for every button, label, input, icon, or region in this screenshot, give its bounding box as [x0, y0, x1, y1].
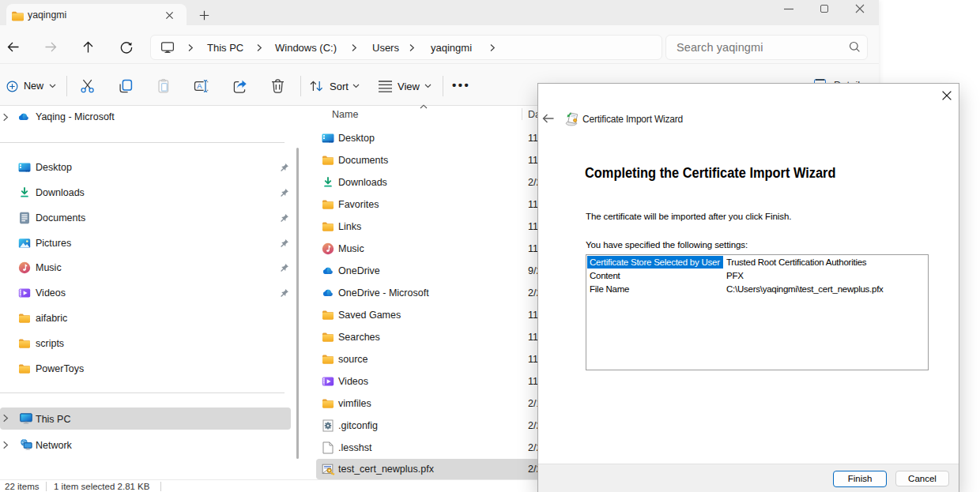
svg-text:A: A [197, 81, 202, 90]
